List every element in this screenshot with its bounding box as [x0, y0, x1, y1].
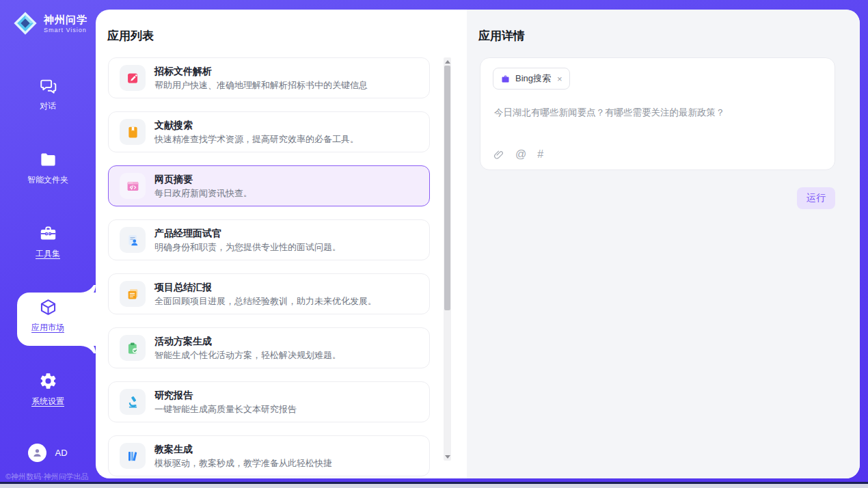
app-card-title: 活动方案生成 [154, 336, 341, 347]
app-card-1[interactable]: 文献搜索快速精准查找学术资源，提高研究效率的必备工具。 [108, 111, 430, 152]
sidebar-item-1[interactable]: 智能文件夹 [0, 150, 96, 186]
copyright: ©神州数码·神州问学出品 [5, 472, 89, 482]
brand-logo: 神州问学 Smart Vision [12, 10, 87, 36]
sidebar-item-0[interactable]: 对话 [0, 77, 96, 112]
app-card-desc: 快速精准查找学术资源，提高研究效率的必备工具。 [154, 134, 359, 145]
app-card-desc: 全面回顾项目进展，总结经验教训，助力未来优化发展。 [154, 296, 377, 307]
chip-close-icon[interactable]: × [557, 74, 562, 84]
tool-chip-bing-search[interactable]: Bing搜索 × [493, 68, 570, 90]
app-card-desc: 帮助用户快速、准确地理解和解析招标书中的关键信息 [154, 80, 368, 91]
run-row: 运行 [478, 187, 835, 209]
sidebar-item-2[interactable]: 工具集 [0, 224, 96, 260]
app-card-0[interactable]: 招标文件解析帮助用户快速、准确地理解和解析招标书中的关键信息 [108, 57, 430, 98]
composer-toolbar: @ # [493, 148, 543, 161]
chat-icon [39, 85, 57, 97]
scroll-down-icon[interactable] [444, 452, 451, 461]
query-text[interactable]: 今日湖北有哪些新闻要点？有哪些需要关注的最新政策？ [494, 107, 822, 119]
app-card-7[interactable]: 教案生成模板驱动，教案秒成，教学准备从此轻松快捷 [108, 435, 430, 476]
app-card-title: 网页摘要 [154, 174, 252, 185]
app-card-title: 研究报告 [154, 390, 297, 401]
gear-icon [39, 381, 57, 392]
user-label: AD [55, 448, 67, 458]
briefcase-icon [500, 74, 511, 84]
edit-doc-icon [120, 65, 146, 91]
tool-chip-label: Bing搜索 [515, 72, 551, 85]
sidebar: 神州问学 Smart Vision 对话智能文件夹工具集应用市场系统设置 AD … [0, 0, 96, 488]
paperclip-icon[interactable] [493, 149, 504, 161]
sidebar-item-label: 智能文件夹 [0, 174, 96, 186]
brand-diamond-icon [12, 10, 38, 36]
cube-icon [39, 307, 57, 318]
app-detail-panel: 应用详情 Bing搜索 × 今日湖北有哪些新闻要点？有哪些需要关注的最新政策？ … [467, 10, 860, 478]
app-card-text: 招标文件解析帮助用户快速、准确地理解和解析招标书中的关键信息 [154, 66, 368, 91]
sidebar-item-3[interactable]: 应用市场 [0, 298, 96, 334]
sidebar-item-label: 系统设置 [0, 396, 96, 407]
app-card-4[interactable]: 项目总结汇报全面回顾项目进展，总结经验教训，助力未来优化发展。 [108, 273, 430, 314]
brand-subtitle: Smart Vision [44, 27, 87, 33]
app-card-title: 项目总结汇报 [154, 282, 377, 293]
app-card-desc: 每日政府新闻资讯快查。 [154, 188, 252, 199]
app-list-panel: 应用列表 招标文件解析帮助用户快速、准确地理解和解析招标书中的关键信息文献搜索快… [96, 10, 467, 478]
brand-name: 神州问学 [44, 14, 87, 26]
app-card-title: 教案生成 [154, 444, 332, 455]
app-card-text: 活动方案生成智能生成个性化活动方案，轻松解决规划难题。 [154, 336, 341, 361]
app-cards: 招标文件解析帮助用户快速、准确地理解和解析招标书中的关键信息文献搜索快速精准查找… [108, 57, 430, 478]
at-icon[interactable]: @ [515, 148, 526, 161]
app-card-6[interactable]: 研究报告一键智能生成高质量长文本研究报告 [108, 381, 430, 422]
folder-icon [39, 159, 57, 171]
book-icon [120, 119, 146, 145]
app-card-text: 网页摘要每日政府新闻资讯快查。 [154, 174, 252, 199]
app-card-desc: 模板驱动，教案秒成，教学准备从此轻松快捷 [154, 458, 332, 469]
clipboard-check-icon [120, 335, 146, 361]
app-card-text: 产品经理面试官明确身份和职责，为您提供专业性的面试问题。 [154, 228, 341, 253]
app-card-desc: 智能生成个性化活动方案，轻松解决规划难题。 [154, 350, 341, 361]
scroll-track[interactable] [444, 66, 451, 452]
scroll-thumb[interactable] [444, 66, 450, 310]
app-card-2[interactable]: 网页摘要每日政府新闻资讯快查。 [108, 165, 430, 206]
main-content: 应用列表 招标文件解析帮助用户快速、准确地理解和解析招标书中的关键信息文献搜索快… [96, 10, 860, 478]
interviewer-icon [120, 227, 146, 253]
sidebar-item-4[interactable]: 系统设置 [0, 372, 96, 407]
app-card-text: 研究报告一键智能生成高质量长文本研究报告 [154, 390, 297, 415]
app-list-title: 应用列表 [107, 28, 467, 44]
user-account[interactable]: AD [0, 444, 96, 462]
run-button[interactable]: 运行 [797, 187, 835, 209]
app-card-desc: 一键智能生成高质量长文本研究报告 [154, 404, 297, 415]
app-card-text: 教案生成模板驱动，教案秒成，教学准备从此轻松快捷 [154, 444, 332, 469]
books-icon [120, 443, 146, 469]
toolbox-icon [39, 233, 57, 245]
scrollbar[interactable] [444, 57, 451, 461]
browser-code-icon [120, 173, 146, 199]
app-detail-title: 应用详情 [478, 28, 835, 44]
app-card-title: 产品经理面试官 [154, 228, 341, 239]
app-card-title: 招标文件解析 [154, 66, 368, 77]
sidebar-item-label: 对话 [0, 100, 96, 112]
taskbar-strip [0, 484, 868, 488]
app-card-title: 文献搜索 [154, 120, 359, 131]
app-card-3[interactable]: 产品经理面试官明确身份和职责，为您提供专业性的面试问题。 [108, 219, 430, 260]
app-card-5[interactable]: 活动方案生成智能生成个性化活动方案，轻松解决规划难题。 [108, 327, 430, 368]
composer-card: Bing搜索 × 今日湖北有哪些新闻要点？有哪些需要关注的最新政策？ @ # [480, 57, 835, 170]
scroll-up-icon[interactable] [444, 57, 451, 66]
app-card-desc: 明确身份和职责，为您提供专业性的面试问题。 [154, 242, 341, 253]
sidebar-item-label: 工具集 [0, 248, 96, 260]
app-card-text: 文献搜索快速精准查找学术资源，提高研究效率的必备工具。 [154, 120, 359, 145]
microscope-icon [120, 389, 146, 415]
sidebar-item-label: 应用市场 [0, 322, 96, 334]
notes-icon [120, 281, 146, 307]
hash-icon[interactable]: # [537, 148, 543, 161]
app-card-text: 项目总结汇报全面回顾项目进展，总结经验教训，助力未来优化发展。 [154, 282, 377, 307]
avatar [28, 444, 46, 462]
